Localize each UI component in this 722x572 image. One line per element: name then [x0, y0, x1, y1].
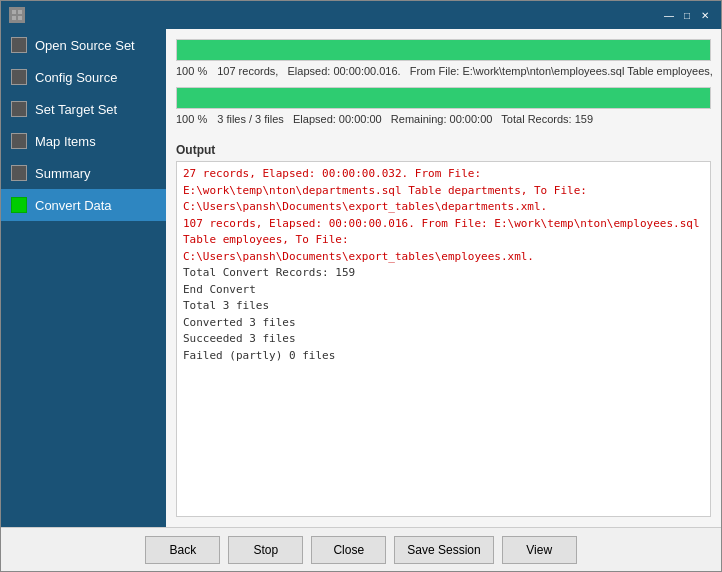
svg-rect-2 — [12, 16, 16, 20]
output-line: Failed (partly) 0 files — [183, 348, 704, 365]
sidebar-label-open-source-set: Open Source Set — [35, 38, 135, 53]
step-icon-convert-data — [11, 197, 27, 213]
sidebar-item-summary[interactable]: Summary — [1, 157, 166, 189]
sidebar-label-map-items: Map Items — [35, 134, 96, 149]
output-line: End Convert — [183, 282, 704, 299]
progress-info-1: 100 % 107 records, Elapsed: 00:00:00.016… — [176, 65, 711, 77]
minimize-button[interactable]: — — [661, 8, 677, 22]
maximize-button[interactable]: □ — [679, 8, 695, 22]
progress-bar-fill-2 — [177, 88, 710, 108]
output-section: Output 27 records, Elapsed: 00:00:00.032… — [176, 143, 711, 517]
bottom-bar: Back Stop Close Save Session View — [1, 527, 721, 571]
progress-detail-2: 3 files / 3 files Elapsed: 00:00:00 Rema… — [217, 113, 593, 125]
sidebar-label-convert-data: Convert Data — [35, 198, 112, 213]
window-controls: — □ ✕ — [661, 8, 713, 22]
step-icon-set-target-set — [11, 101, 27, 117]
output-line: Total Convert Records: 159 — [183, 265, 704, 282]
progress-block-1: 100 % 107 records, Elapsed: 00:00:00.016… — [176, 39, 711, 77]
progress-bar-wrapper-1 — [176, 39, 711, 61]
main-content: Open Source SetConfig SourceSet Target S… — [1, 29, 721, 527]
sidebar-item-open-source-set[interactable]: Open Source Set — [1, 29, 166, 61]
save-session-button[interactable]: Save Session — [394, 536, 493, 564]
step-icon-map-items — [11, 133, 27, 149]
sidebar-label-set-target-set: Set Target Set — [35, 102, 117, 117]
sidebar-item-map-items[interactable]: Map Items — [1, 125, 166, 157]
progress-overlay-1 — [176, 39, 711, 61]
output-label: Output — [176, 143, 711, 157]
svg-rect-3 — [18, 16, 22, 20]
progress-bar-wrapper-2 — [176, 87, 711, 109]
title-bar: — □ ✕ — [1, 1, 721, 29]
progress-info-2: 100 % 3 files / 3 files Elapsed: 00:00:0… — [176, 113, 711, 125]
output-box[interactable]: 27 records, Elapsed: 00:00:00.032. From … — [176, 161, 711, 517]
output-line: Converted 3 files — [183, 315, 704, 332]
main-window: — □ ✕ Open Source SetConfig SourceSet Ta… — [0, 0, 722, 572]
close-button[interactable]: Close — [311, 536, 386, 564]
output-line: 27 records, Elapsed: 00:00:00.032. From … — [183, 166, 704, 216]
app-icon — [9, 7, 25, 23]
content-area: 100 % 107 records, Elapsed: 00:00:00.016… — [166, 29, 721, 527]
sidebar-label-summary: Summary — [35, 166, 91, 181]
title-bar-left — [9, 7, 25, 23]
sidebar-label-config-source: Config Source — [35, 70, 117, 85]
progress-bar-container-2 — [176, 87, 711, 109]
svg-rect-1 — [18, 10, 22, 14]
stop-button[interactable]: Stop — [228, 536, 303, 564]
sidebar-item-convert-data[interactable]: Convert Data — [1, 189, 166, 221]
output-line: Succeeded 3 files — [183, 331, 704, 348]
svg-rect-0 — [12, 10, 16, 14]
view-button[interactable]: View — [502, 536, 577, 564]
progress-pct-2: 100 % — [176, 113, 207, 125]
back-button[interactable]: Back — [145, 536, 220, 564]
sidebar: Open Source SetConfig SourceSet Target S… — [1, 29, 166, 527]
progress-pct-1: 100 % — [176, 65, 207, 77]
step-icon-config-source — [11, 69, 27, 85]
progress-block-2: 100 % 3 files / 3 files Elapsed: 00:00:0… — [176, 87, 711, 125]
step-icon-open-source-set — [11, 37, 27, 53]
sidebar-item-set-target-set[interactable]: Set Target Set — [1, 93, 166, 125]
output-line: Total 3 files — [183, 298, 704, 315]
step-icon-summary — [11, 165, 27, 181]
output-line: 107 records, Elapsed: 00:00:00.016. From… — [183, 216, 704, 266]
progress-detail-1: 107 records, Elapsed: 00:00:00.016. From… — [217, 65, 721, 77]
sidebar-item-config-source[interactable]: Config Source — [1, 61, 166, 93]
close-window-button[interactable]: ✕ — [697, 8, 713, 22]
